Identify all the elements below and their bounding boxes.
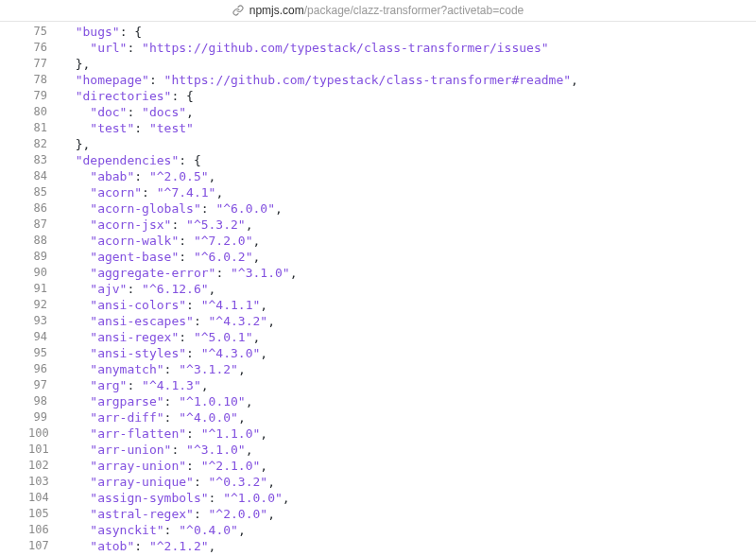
code-line: 105 "astral-regex": "^2.0.0", (28, 506, 756, 522)
token-key: "arr-diff" (90, 410, 163, 425)
line-number: 76 (28, 40, 60, 56)
line-number: 79 (28, 88, 60, 104)
token-key: "ansi-regex" (90, 330, 179, 344)
token-key: "arr-flatten" (90, 426, 186, 441)
token-pct: , (246, 443, 253, 457)
line-number: 85 (28, 184, 60, 200)
token-key: "acorn-jsx" (90, 217, 171, 232)
token-str: "^6.12.6" (142, 282, 208, 296)
token-key: "abab" (90, 169, 134, 183)
token-pct: : (164, 410, 180, 425)
token-key: "arg" (90, 378, 127, 392)
token-key: "homepage" (76, 73, 149, 87)
line-code: "array-unique": "^0.3.2", (60, 474, 756, 490)
code-line: 92 "ansi-colors": "^4.1.1", (28, 297, 756, 313)
line-number: 104 (28, 490, 60, 506)
line-number: 101 (28, 442, 60, 458)
token-key: "bugs" (76, 25, 120, 39)
code-line: 89 "agent-base": "^6.0.2", (28, 249, 756, 265)
line-code: "acorn-walk": "^7.2.0", (60, 233, 756, 249)
token-key: "acorn" (90, 185, 142, 200)
line-code: "acorn-globals": "^6.0.0", (60, 200, 756, 217)
line-number: 99 (28, 409, 60, 426)
token-pct: }, (76, 137, 91, 151)
code-line: 106 "asynckit": "^0.4.0", (28, 522, 756, 538)
token-str: "^7.4.1" (157, 185, 216, 200)
token-pct: : (171, 443, 186, 457)
line-code: "ajv": "^6.12.6", (60, 281, 756, 297)
token-str: "^6.0.0" (215, 201, 275, 216)
token-pct: : { (171, 89, 193, 103)
token-pct: , (246, 217, 253, 232)
token-pct: , (260, 346, 267, 360)
token-str: "^6.0.2" (194, 250, 253, 264)
line-code: "acorn-jsx": "^5.3.2", (60, 217, 756, 233)
token-pct: , (253, 330, 261, 344)
token-str: "^4.1.3" (142, 378, 201, 392)
token-str: "^4.1.1" (201, 298, 261, 312)
token-str: "^7.2.0" (194, 234, 253, 248)
code-line: 88 "acorn-walk": "^7.2.0", (28, 233, 756, 249)
token-key: "arr-union" (90, 443, 171, 457)
line-number: 86 (28, 200, 60, 217)
token-key: "directories" (76, 89, 172, 103)
token-pct: , (238, 362, 246, 376)
line-number: 107 (28, 538, 60, 554)
line-number: 77 (28, 56, 60, 72)
line-code: "arr-flatten": "^1.1.0", (60, 426, 756, 442)
token-key: "agent-base" (90, 250, 179, 264)
token-key: "assign-symbols" (90, 491, 208, 505)
token-pct: , (246, 394, 253, 408)
token-key: "array-union" (90, 459, 186, 473)
token-pct: : (127, 105, 142, 119)
token-pct: , (238, 410, 246, 425)
url-text: npmjs.com/package/clazz-transformer?acti… (249, 4, 524, 17)
token-pct: : (134, 121, 149, 135)
token-key: "ajv" (90, 282, 127, 296)
line-number: 98 (28, 393, 60, 409)
code-block[interactable]: 75 "bugs": {76 "url": "https://github.co… (0, 24, 756, 554)
line-number: 80 (28, 104, 60, 120)
token-str: "^4.3.2" (209, 314, 268, 328)
line-number: 91 (28, 281, 60, 297)
token-pct: , (283, 491, 290, 505)
line-code: "test": "test" (60, 120, 756, 136)
token-pct: : { (179, 153, 200, 167)
code-line: 81 "test": "test" (28, 120, 756, 136)
token-key: "anymatch" (90, 362, 163, 376)
token-str: "^5.3.2" (186, 217, 246, 232)
url-host: npmjs.com (249, 4, 304, 17)
token-str: "^5.0.1" (194, 330, 253, 344)
token-str: "https://github.com/typestack/class-tran… (164, 73, 571, 87)
token-pct: : (171, 217, 186, 232)
url-bar[interactable]: npmjs.com/package/clazz-transformer?acti… (0, 0, 756, 21)
code-line: 83 "dependencies": { (28, 152, 756, 168)
code-line: 99 "arr-diff": "^4.0.0", (28, 409, 756, 426)
token-pct: : (186, 426, 201, 441)
line-code: "arr-diff": "^4.0.0", (60, 409, 756, 426)
code-line: 79 "directories": { (28, 88, 756, 104)
code-line: 75 "bugs": { (28, 24, 756, 40)
line-number: 87 (28, 217, 60, 233)
token-key: "ansi-styles" (90, 346, 186, 360)
token-str: "^1.1.0" (201, 426, 261, 441)
code-line: 85 "acorn": "^7.4.1", (28, 184, 756, 200)
line-number: 89 (28, 249, 60, 265)
token-pct: , (260, 459, 267, 473)
token-str: "test" (149, 121, 194, 135)
token-str: "https://github.com/typestack/class-tran… (142, 41, 548, 55)
token-pct: , (275, 201, 283, 216)
token-pct: : (127, 282, 142, 296)
token-key: "ansi-colors" (90, 298, 186, 312)
token-pct: : (127, 378, 142, 392)
line-code: "url": "https://github.com/typestack/cla… (60, 40, 756, 56)
line-code: "anymatch": "^3.1.2", (60, 361, 756, 377)
token-pct: , (209, 282, 216, 296)
token-key: "test" (90, 121, 134, 135)
token-str: "^2.0.5" (149, 169, 209, 183)
token-str: "^2.1.0" (201, 459, 261, 473)
token-key: "acorn-globals" (90, 201, 200, 216)
line-number: 95 (28, 345, 60, 361)
token-pct: : (194, 475, 209, 489)
line-code: "agent-base": "^6.0.2", (60, 249, 756, 265)
